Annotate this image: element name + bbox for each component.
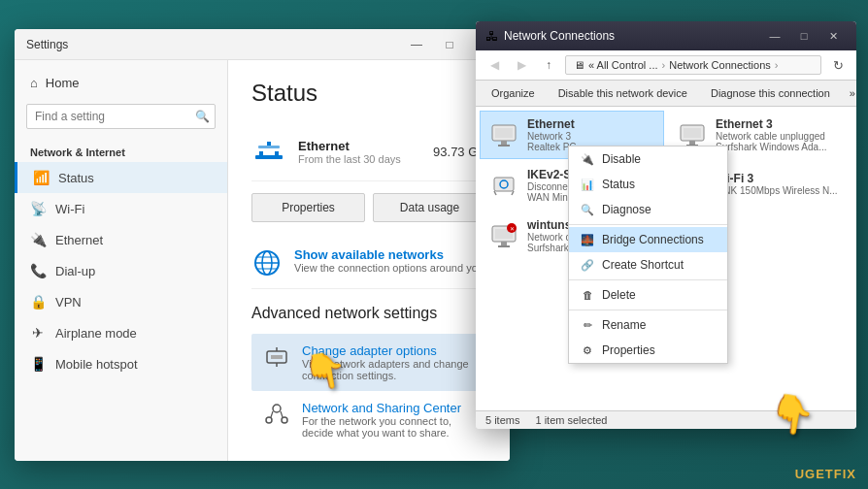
netconn-body: Ethernet Network 3 Realtek PC... (476, 107, 856, 410)
address-seg1: « All Control ... (588, 59, 658, 71)
ctx-status-label: Status (602, 178, 635, 191)
sharing-text: Network and Sharing Center For the netwo… (302, 401, 475, 439)
settings-body: ⌂ Home 🔍 Network & Internet 📶 Status 📡 W… (15, 60, 510, 461)
ctx-diagnose-label: Diagnose (602, 203, 651, 216)
settings-titlebar: Settings — □ ✕ (15, 29, 510, 60)
svg-rect-26 (494, 178, 514, 191)
svg-rect-38 (689, 141, 695, 145)
minimize-button[interactable]: — (401, 31, 432, 58)
nc-maximize-button[interactable]: □ (790, 24, 818, 48)
avail-title[interactable]: Show available networks (294, 247, 486, 262)
data-usage-button[interactable]: Data usage (373, 193, 486, 222)
address-seg2: Network Connections (669, 59, 771, 71)
available-networks: Show available networks View the connect… (251, 238, 486, 289)
wifi3-name: Wi-Fi 3 (716, 172, 844, 185)
ctx-shortcut[interactable]: 🔗 Create Shortcut (569, 252, 727, 277)
ctx-rename[interactable]: ✏ Rename (569, 312, 727, 338)
troubleshooter-item[interactable]: Network troubleshooter (251, 448, 486, 461)
network-name: Ethernet (298, 139, 433, 153)
netconn-titlebar: 🖧 Network Connections — □ ✕ (476, 21, 856, 50)
search-icon: 🔍 (195, 110, 210, 123)
address-path[interactable]: 🖥 « All Control ... › Network Connection… (565, 55, 821, 75)
ctx-properties[interactable]: ⚙ Properties (569, 338, 727, 363)
disable-device-button[interactable]: Disable this network device (551, 84, 695, 102)
refresh-button[interactable]: ↻ (827, 54, 849, 76)
address-icon: 🖥 (574, 59, 584, 71)
sidebar-section-title: Network & Internet (15, 139, 227, 162)
troubleshooter-text: Network troubleshooter (302, 458, 475, 461)
sharing-center-item[interactable]: Network and Sharing Center For the netwo… (251, 391, 486, 448)
svg-rect-24 (501, 141, 507, 145)
troubleshooter-icon (263, 458, 290, 461)
ctx-diagnose-icon: 🔍 (581, 203, 594, 216)
sidebar-item-label: Ethernet (55, 233, 103, 247)
sidebar-search: 🔍 (26, 104, 216, 129)
network-info: Ethernet From the last 30 days (298, 139, 433, 165)
sidebar-item-label: Status (58, 171, 94, 185)
sidebar-item-label: VPN (55, 295, 82, 310)
sharing-title: Network and Sharing Center (302, 401, 475, 415)
disable-icon: 🔌 (581, 152, 594, 166)
nc-minimize-button[interactable]: — (761, 24, 788, 48)
context-menu: 🔌 Disable 📊 Status 🔍 Diagnose 🌉 Bridge C… (568, 146, 728, 364)
svg-line-29 (512, 191, 514, 195)
sidebar-item-label: Airplane mode (55, 326, 137, 341)
item-count: 5 items (485, 414, 519, 426)
ctx-diagnose[interactable]: 🔍 Diagnose (569, 197, 727, 222)
back-button[interactable]: ◀ (484, 54, 505, 76)
search-input[interactable] (26, 104, 216, 129)
eth3-desc2: Surfshark Windows Ada... (716, 142, 844, 152)
ctx-sep2 (569, 279, 727, 280)
maximize-button[interactable]: □ (434, 31, 465, 58)
more-options-button[interactable]: » (842, 84, 856, 102)
delete-icon: 🗑 (581, 288, 594, 302)
ctx-disable[interactable]: 🔌 Disable (569, 147, 727, 172)
sidebar-home-item[interactable]: ⌂ Home (15, 68, 227, 98)
adapter-title: Change adapter options (302, 343, 475, 358)
vpn-icon: 🔒 (30, 294, 46, 310)
settings-window: Settings — □ ✕ ⌂ Home 🔍 Network & Intern… (15, 29, 510, 461)
properties-button[interactable]: Properties (251, 193, 365, 222)
globe-icon (251, 247, 283, 278)
netconn-window: 🖧 Network Connections — □ ✕ ◀ ▶ ↑ 🖥 « Al… (476, 21, 856, 429)
sharing-desc: For the network you connect to, decide w… (302, 415, 475, 439)
svg-point-16 (282, 417, 287, 423)
sidebar-item-airplane[interactable]: ✈ Airplane mode (15, 317, 227, 348)
svg-point-15 (266, 417, 272, 423)
organize-button[interactable]: Organize (484, 84, 543, 102)
nc-close-button[interactable]: ✕ (819, 24, 847, 48)
sidebar-item-dialup[interactable]: 📞 Dial-up (15, 255, 227, 286)
sidebar-item-vpn[interactable]: 🔒 VPN (15, 286, 227, 317)
sidebar-item-hotspot[interactable]: 📱 Mobile hotspot (15, 348, 227, 379)
adapter-text: Change adapter options View network adap… (302, 343, 475, 381)
ethernet-name: Ethernet (527, 117, 655, 131)
sidebar: ⌂ Home 🔍 Network & Internet 📶 Status 📡 W… (15, 60, 228, 461)
settings-title: Settings (26, 38, 401, 51)
netconn-title-icon: 🖧 (485, 29, 498, 44)
network-status-icon (251, 134, 286, 169)
eth3-desc: Network cable unplugged (716, 131, 844, 142)
status-icon: 📶 (33, 170, 49, 185)
ctx-status[interactable]: 📊 Status (569, 172, 727, 197)
sidebar-item-wifi[interactable]: 📡 Wi-Fi (15, 193, 227, 224)
svg-rect-32 (501, 242, 507, 245)
bridge-icon: 🌉 (581, 233, 594, 246)
sidebar-item-status[interactable]: 📶 Status (15, 162, 227, 193)
ctx-bridge[interactable]: 🌉 Bridge Connections (569, 227, 727, 252)
netconn-toolbar: Organize Disable this network device Dia… (476, 81, 856, 107)
change-adapter-item[interactable]: Change adapter options View network adap… (251, 334, 486, 391)
wifi3-info: Wi-Fi 3 LINK 150Mbps Wireless N... (716, 172, 844, 196)
ctx-delete[interactable]: 🗑 Delete (569, 282, 727, 308)
svg-text:✕: ✕ (510, 226, 515, 232)
network-status-card: Ethernet From the last 30 days 93.73 GB (251, 122, 486, 181)
svg-rect-3 (258, 146, 280, 148)
eth3-info: Ethernet 3 Network cable unplugged Surfs… (716, 117, 844, 152)
diagnose-connection-button[interactable]: Diagnose this connection (703, 84, 838, 102)
up-button[interactable]: ↑ (538, 54, 559, 76)
forward-button[interactable]: ▶ (511, 54, 532, 76)
page-title: Status (251, 80, 486, 107)
sidebar-item-ethernet[interactable]: 🔌 Ethernet (15, 224, 227, 255)
btn-row: Properties Data usage (251, 193, 486, 222)
svg-rect-0 (255, 155, 283, 159)
svg-point-14 (273, 405, 281, 412)
